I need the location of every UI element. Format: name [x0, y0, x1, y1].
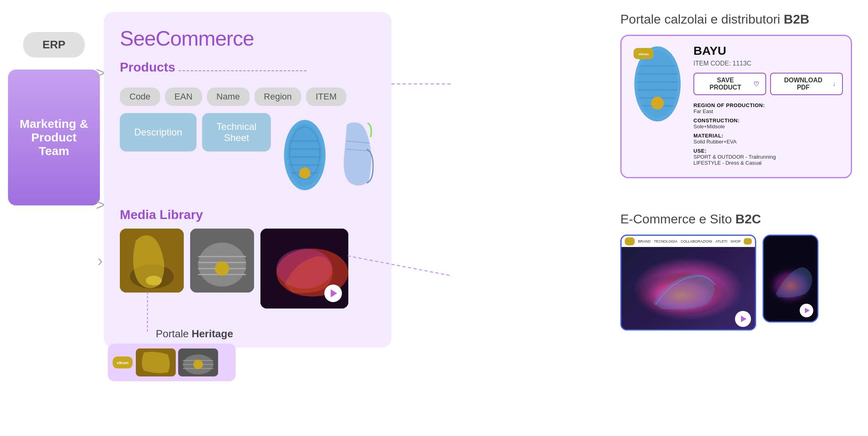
media-thumb-boot2[interactable]: [190, 229, 254, 293]
b2b-download-button[interactable]: DOWNLOAD PDF ↓: [770, 73, 843, 95]
products-title: Products: [120, 60, 175, 75]
b2c-mobile-play-button[interactable]: [800, 304, 813, 317]
material-label: MATERIAL:: [693, 133, 843, 139]
tags-row: Code EAN Name Region ITEM: [120, 88, 375, 106]
b2b-product-name: BAYU: [693, 44, 843, 58]
seecommerce-logo: SeeCommerce: [120, 26, 375, 50]
b2c-image-area: [622, 247, 755, 330]
nav-atleti: ATLETI: [715, 239, 727, 243]
products-dashed-line: [179, 70, 306, 71]
vibram-logo-b2b: vibram: [634, 48, 653, 59]
save-product-label: SAVE PRODUCT: [701, 77, 750, 91]
b2b-card: vibram BAYU ITEM CODE: 1113C: [620, 35, 852, 178]
tag-name: Name: [207, 88, 250, 106]
svg-text:vibram: vibram: [638, 52, 649, 56]
b2c-mobile-play-icon: [805, 308, 810, 313]
material-value: Solid Rubber+EVA: [693, 139, 843, 145]
nav-shop: SHOP: [731, 239, 741, 243]
vibram-logo-heritage: vibram: [113, 356, 133, 368]
use-label: USE:: [693, 148, 843, 154]
marketing-box: Marketing & Product Team: [8, 70, 100, 205]
svg-point-32: [193, 360, 203, 369]
media-thumb-video[interactable]: [260, 229, 348, 309]
b2c-portal-title: E-Commerce e Sito B2C: [620, 212, 852, 227]
svg-point-43: [651, 97, 664, 109]
left-column: ERP Marketing & Product Team: [8, 32, 100, 205]
b2b-portal-title: Portale calzolai e distributori B2B: [620, 12, 852, 27]
heritage-images: [136, 348, 218, 376]
b2b-save-button[interactable]: SAVE PRODUCT ♡: [693, 73, 766, 95]
heritage-img-1: [136, 348, 176, 376]
svg-text:vibram: vibram: [117, 361, 129, 365]
media-thumbs: [120, 229, 375, 309]
b2b-action-buttons: SAVE PRODUCT ♡ DOWNLOAD PDF ↓: [693, 73, 843, 95]
use-value1: SPORT & OUTDOOR - Trailrunning: [693, 154, 843, 160]
erp-box: ERP: [23, 32, 85, 58]
side-shoe-image: [339, 117, 379, 195]
b2b-material-row: MATERIAL: Solid Rubber+EVA: [693, 133, 843, 145]
product-buttons: Description Technical Sheet: [120, 113, 271, 151]
heritage-connector-line: [147, 292, 148, 332]
b2b-use-row: USE: SPORT & OUTDOOR - Trailrunning LIFE…: [693, 148, 843, 166]
region-label: REGION OF PRODUCTION:: [693, 102, 843, 108]
nav-collaborazioni: COLLABORAZIONI: [681, 239, 712, 243]
media-library-title: Media Library: [120, 207, 375, 222]
description-button[interactable]: Description: [120, 113, 197, 151]
b2b-region-row: REGION OF PRODUCTION: Far East: [693, 102, 843, 114]
download-icon: ↓: [832, 80, 836, 88]
b2c-screens: BRAND TECNOLOGIA COLLABORAZIONI ATLETI S…: [620, 235, 852, 330]
b2c-desktop-screen: BRAND TECNOLOGIA COLLABORAZIONI ATLETI S…: [620, 235, 756, 330]
construction-value: Sole+Midsole: [693, 123, 843, 129]
play-icon: [331, 289, 337, 297]
b2c-desktop-play-button[interactable]: [735, 311, 751, 327]
nav-tecnologia: TECNOLOGIA: [654, 239, 677, 243]
media-thumb-boot1[interactable]: [120, 229, 184, 293]
b2c-mobile-screen: [763, 235, 818, 323]
video-play-button[interactable]: [324, 285, 342, 302]
products-section: Products Code EAN Name Region ITEM Descr…: [120, 60, 375, 195]
b2c-portal: E-Commerce e Sito B2C BRAND TECNOLOGIA C…: [620, 212, 852, 330]
product-images: [279, 117, 379, 195]
tag-code: Code: [120, 88, 160, 106]
heritage-portal-box: vibram: [108, 344, 236, 381]
heart-icon: ♡: [753, 80, 759, 88]
use-value2: LIFESTYLE - Dress & Casual: [693, 160, 843, 166]
b2c-play-icon: [741, 316, 747, 322]
b2b-portal: Portale calzolai e distributori B2B vibr…: [620, 12, 852, 178]
b2b-construction-row: CONSTRUCTION: Sole+Midsole: [693, 117, 843, 129]
b2b-info: BAYU ITEM CODE: 1113C SAVE PRODUCT ♡ DOW…: [693, 44, 843, 169]
erp-label: ERP: [42, 38, 66, 51]
tag-item: ITEM: [306, 88, 346, 106]
svg-point-13: [146, 276, 162, 285]
construction-label: CONSTRUCTION:: [693, 117, 843, 123]
heritage-label: Portale Heritage: [156, 328, 233, 340]
heritage-img-2: [178, 348, 218, 376]
vibram-logo-right-nav: [744, 238, 752, 245]
media-arrow: ›: [97, 252, 103, 270]
svg-point-8: [299, 167, 310, 179]
marketing-label: Marketing & Product Team: [16, 117, 92, 158]
b2c-desktop-nav: BRAND TECNOLOGIA COLLABORAZIONI ATLETI S…: [622, 236, 755, 247]
media-library-section: Media Library: [120, 207, 375, 309]
region-value: Far East: [693, 108, 843, 114]
tag-region: Region: [254, 88, 302, 106]
vibram-logo-b2c-nav: [625, 237, 635, 245]
download-pdf-label: DOWNLOAD PDF: [777, 77, 829, 91]
sole-image: [279, 117, 331, 195]
b2b-item-code: ITEM CODE: 1113C: [693, 60, 843, 67]
svg-point-20: [215, 261, 229, 276]
tag-ean: EAN: [165, 88, 202, 106]
nav-brand: BRAND: [638, 239, 651, 243]
technical-sheet-button[interactable]: Technical Sheet: [202, 113, 271, 151]
